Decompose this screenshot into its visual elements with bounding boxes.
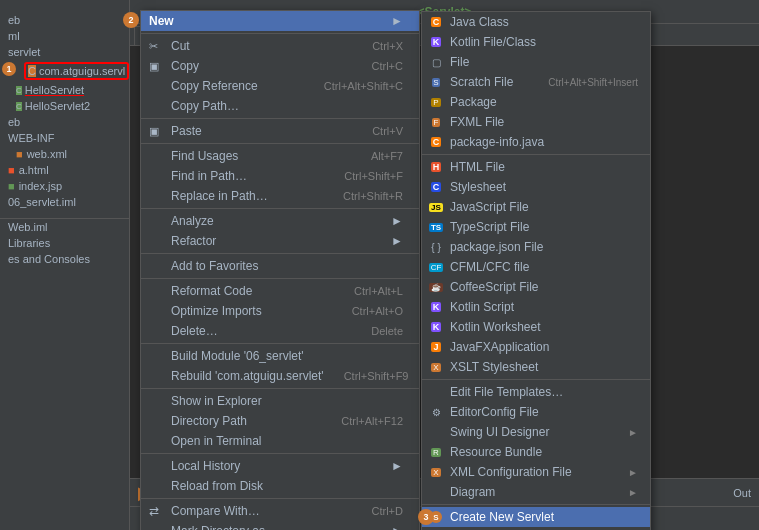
menu-item-rebuild[interactable]: Rebuild 'com.atguigu.servlet' Ctrl+Shift… [141,366,419,386]
submenu-xml-config[interactable]: X XML Configuration File ► [422,462,650,482]
resource-label: Resource Bundle [450,445,542,459]
package-label: com.atguigu.servl [39,65,125,77]
sidebar-item-ahtml[interactable]: ■ a.html [0,162,129,178]
js-sub-icon: JS [428,199,444,215]
menu-item-copy[interactable]: ▣ Copy Ctrl+C [141,56,419,76]
swing-arrow: ► [628,427,638,438]
rebuild-label: Rebuild 'com.atguigu.servlet' [171,369,324,383]
divider-4 [141,208,419,209]
menu-item-local-history[interactable]: Local History ► [141,456,419,476]
sidebar-item-iml[interactable]: 06_servlet.iml [0,194,129,210]
submenu-javafx[interactable]: J JavaFXApplication [422,337,650,357]
sub-divider-3 [422,504,650,505]
submenu-xslt[interactable]: X XSLT Stylesheet [422,357,650,377]
json-sub-icon: { } [428,239,444,255]
xml-config-label: XML Configuration File [450,465,572,479]
sidebar-item-helloservlet2[interactable]: C HelloServlet2 [0,98,129,114]
menu-item-reload[interactable]: Reload from Disk [141,476,419,496]
menu-item-replace[interactable]: Replace in Path… Ctrl+Shift+R [141,186,419,206]
submenu-cfml[interactable]: CF CFML/CFC file [422,257,650,277]
paste-icon: ▣ [149,125,159,138]
submenu-pkg-info[interactable]: C package-info.java [422,132,650,152]
menu-item-delete[interactable]: Delete… Delete [141,321,419,341]
sidebar-item-ml[interactable]: ml [0,28,129,44]
reformat-shortcut: Ctrl+Alt+L [354,285,403,297]
sidebar-item-eb2[interactable]: eb [0,114,129,130]
compare-shortcut: Ctrl+D [372,505,403,517]
menu-item-analyze[interactable]: Analyze ► [141,211,419,231]
kotlin-script-label: Kotlin Script [450,300,514,314]
new-label: New [149,14,174,28]
sidebar-item-indexjsp[interactable]: ■ index.jsp [0,178,129,194]
sidebar-item-webiml[interactable]: Web.iml [0,219,129,235]
jsp-icon: ■ [8,180,15,192]
badge-2: 2 [123,12,139,28]
menu-item-terminal[interactable]: Open in Terminal [141,431,419,451]
submenu-fxml[interactable]: F FXML File [422,112,650,132]
scissors-icon: ✂ [149,40,158,53]
delete-label: Delete… [171,324,218,338]
submenu-diagram[interactable]: Diagram ► [422,482,650,502]
kotlin-worksheet-icon: K [428,319,444,335]
menu-item-cut[interactable]: ✂ Cut Ctrl+X [141,36,419,56]
submenu-js[interactable]: JS JavaScript File [422,197,650,217]
submenu-ts[interactable]: TS TypeScript File [422,217,650,237]
menu-item-copy-path[interactable]: Copy Path… [141,96,419,116]
stylesheet-label: Stylesheet [450,180,506,194]
menu-item-optimize[interactable]: Optimize Imports Ctrl+Alt+O [141,301,419,321]
menu-item-mark-dir[interactable]: Mark Directory as ► [141,521,419,530]
diagram-arrow: ► [628,487,638,498]
file-icon: ▢ [428,54,444,70]
submenu-file[interactable]: ▢ File [422,52,650,72]
menu-item-new[interactable]: 2 New ► [141,11,419,31]
sidebar-item-libraries[interactable]: Libraries [0,235,129,251]
submenu-json[interactable]: { } package.json File [422,237,650,257]
menu-item-reformat[interactable]: Reformat Code Ctrl+Alt+L [141,281,419,301]
cut-shortcut: Ctrl+X [372,40,403,52]
submenu-scratch[interactable]: S Scratch File Ctrl+Alt+Shift+Insert [422,72,650,92]
show-explorer-label: Show in Explorer [171,394,262,408]
sidebar-item-eb[interactable]: eb [0,12,129,28]
submenu-stylesheet[interactable]: C Stylesheet [422,177,650,197]
sidebar-item-consoles[interactable]: es and Consoles [0,251,129,267]
submenu-editorconfig[interactable]: ⚙ EditorConfig File [422,402,650,422]
submenu-kotlin-class[interactable]: K Kotlin File/Class [422,32,650,52]
divider-6 [141,278,419,279]
submenu-coffee[interactable]: ☕ CoffeeScript File [422,277,650,297]
submenu-html[interactable]: H HTML File [422,157,650,177]
submenu: C Java Class K Kotlin File/Class ▢ File … [421,11,651,530]
submenu-package[interactable]: P Package [422,92,650,112]
badge-1: 1 [2,62,16,76]
find-usages-shortcut: Alt+F7 [371,150,403,162]
submenu-resource[interactable]: R Resource Bundle [422,442,650,462]
xml-config-icon: X [428,464,444,480]
menu-item-directory-path[interactable]: Directory Path Ctrl+Alt+F12 [141,411,419,431]
submenu-swing[interactable]: Swing UI Designer ► [422,422,650,442]
menu-item-build[interactable]: Build Module '06_servlet' [141,346,419,366]
submenu-edit-templates[interactable]: Edit File Templates… [422,382,650,402]
submenu-kotlin-script[interactable]: K Kotlin Script [422,297,650,317]
sidebar-item-webinf[interactable]: WEB-INF [0,130,129,146]
css-sub-icon: C [428,179,444,195]
submenu-create-servlet[interactable]: 3 S Create New Servlet [422,507,650,527]
menu-item-copy-reference[interactable]: Copy Reference Ctrl+Alt+Shift+C [141,76,419,96]
menu-item-paste[interactable]: ▣ Paste Ctrl+V [141,121,419,141]
menu-item-refactor[interactable]: Refactor ► [141,231,419,251]
submenu-java-class[interactable]: C Java Class [422,12,650,32]
sidebar-item-webxml[interactable]: ■ web.xml [0,146,129,162]
menu-item-favorites[interactable]: Add to Favorites [141,256,419,276]
sidebar-item-package[interactable]: 1 C com.atguigu.servl [0,60,129,82]
sidebar-item-servlet[interactable]: servlet [0,44,129,60]
scratch-icon: S [428,74,444,90]
editorconfig-icon: ⚙ [428,404,444,420]
submenu-kotlin-worksheet[interactable]: K Kotlin Worksheet [422,317,650,337]
menu-item-find-usages[interactable]: Find Usages Alt+F7 [141,146,419,166]
menu-item-find-path[interactable]: Find in Path… Ctrl+Shift+F [141,166,419,186]
sidebar-item-helloservlet[interactable]: C HelloServlet [0,82,129,98]
menu-item-compare[interactable]: ⇄ Compare With… Ctrl+D [141,501,419,521]
html-sub-icon: H [428,159,444,175]
class-icon-2: C [16,102,22,111]
diagram-label: Diagram [450,485,495,499]
menu-item-show-explorer[interactable]: Show in Explorer [141,391,419,411]
reload-label: Reload from Disk [171,479,263,493]
